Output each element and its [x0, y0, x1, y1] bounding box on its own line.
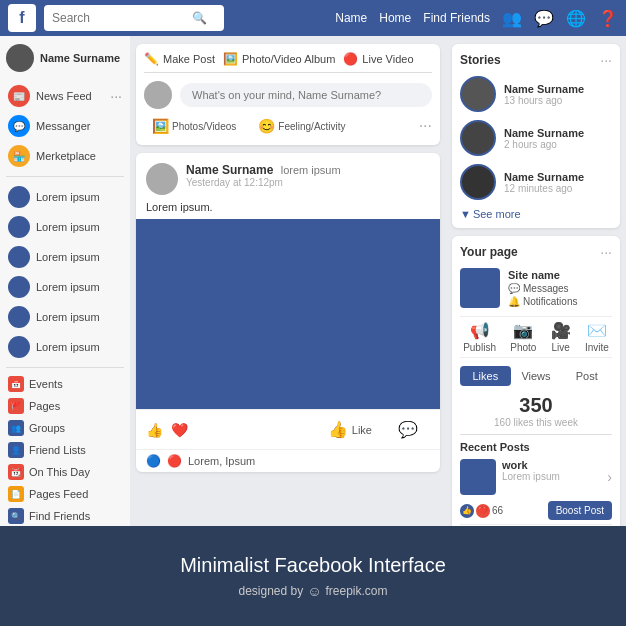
- story-item-3[interactable]: Name Surname 12 minutes ago: [460, 164, 612, 200]
- findfriends-label: Find Friends: [29, 510, 90, 522]
- friend-label: Lorem ipsum: [36, 221, 100, 233]
- boost-post-button[interactable]: Boost Post: [548, 501, 612, 520]
- comment-button[interactable]: 💬: [386, 416, 430, 443]
- friend-avatar: [8, 276, 30, 298]
- friend-avatar: [8, 216, 30, 238]
- your-page-more-icon[interactable]: ···: [600, 244, 612, 260]
- see-more-link[interactable]: ▼ See more: [460, 208, 612, 220]
- brand-name: freepik.com: [325, 584, 387, 598]
- story-item-2[interactable]: Name Surname 2 hours ago: [460, 120, 612, 156]
- sidebar-friend-5[interactable]: Lorem ipsum: [6, 303, 124, 331]
- sidebar-item-messenger[interactable]: 💬 Messanger: [6, 112, 124, 140]
- right-sidebar: Stories ··· Name Surname 13 hours ago Na…: [446, 36, 626, 526]
- nav-link-home[interactable]: Home: [379, 11, 411, 25]
- search-input[interactable]: [52, 11, 192, 25]
- photos-action-icon: 🖼️: [152, 118, 169, 134]
- post-body: Lorem ipsum.: [136, 201, 440, 219]
- chat-icon[interactable]: 💬: [534, 9, 554, 28]
- tab-post[interactable]: Post: [561, 366, 612, 386]
- post-text-input[interactable]: [180, 83, 432, 107]
- friends-icon[interactable]: 👥: [502, 9, 522, 28]
- live-icon: 🎥: [551, 321, 571, 340]
- create-promotion-row[interactable]: 📣 Create Promotion ▼: [460, 524, 612, 526]
- sidebar-item-friendlists[interactable]: 👤 Friend Lists: [6, 440, 124, 460]
- page-action-photo[interactable]: 📷 Photo: [510, 321, 536, 353]
- pagesfeed-label: Pages Feed: [29, 488, 88, 500]
- sidebar-friend-3[interactable]: Lorem ipsum: [6, 243, 124, 271]
- story-name-1: Name Surname: [504, 83, 612, 95]
- love-react-circle: ❤️: [476, 504, 490, 518]
- tab-photo-label: Photo/Video Album: [242, 53, 335, 65]
- avatar: [6, 44, 34, 72]
- react-count: 66: [492, 505, 503, 516]
- post-reactions: 👍 ❤️ 👍 Like 💬: [136, 409, 440, 449]
- tab-photo-video[interactable]: 🖼️ Photo/Video Album: [223, 52, 335, 66]
- page-action-live[interactable]: 🎥 Live: [551, 321, 571, 353]
- sidebar-item-events[interactable]: 📅 Events: [6, 374, 124, 394]
- post-tabs: ✏️ Make Post 🖼️ Photo/Video Album 🔴 Live…: [144, 52, 432, 73]
- page-action-publish[interactable]: 📢 Publish: [463, 321, 496, 353]
- tab-likes[interactable]: Likes: [460, 366, 511, 386]
- sidebar-item-onthisday[interactable]: 📆 On This Day: [6, 462, 124, 482]
- sidebar-item-findfriends[interactable]: 🔍 Find Friends: [6, 506, 124, 526]
- pages-label: Pages: [29, 400, 60, 412]
- sidebar-friend-1[interactable]: Lorem ipsum: [6, 183, 124, 211]
- stories-more-icon[interactable]: ···: [600, 52, 612, 68]
- sidebar-item-groups[interactable]: 👥 Groups: [6, 418, 124, 438]
- sidebar-item-pages[interactable]: 🚩 Pages: [6, 396, 124, 416]
- stat-label: 160 likes this week: [460, 417, 612, 428]
- page-action-invite[interactable]: ✉️ Invite: [585, 321, 609, 353]
- publish-label: Publish: [463, 342, 496, 353]
- reaction-mini: 👍 ❤️ 66: [460, 504, 503, 518]
- globe-icon[interactable]: 🌐: [566, 9, 586, 28]
- page-tabs: Likes Views Post: [460, 366, 612, 386]
- story-item-1[interactable]: Name Surname 13 hours ago: [460, 76, 612, 112]
- tab-views[interactable]: Views: [511, 366, 562, 386]
- page-notifications: 🔔 Notifications: [508, 296, 612, 307]
- like-react-circle: 👍: [460, 504, 474, 518]
- feeling-activity-btn[interactable]: 😊 Feeling/Activity: [250, 115, 353, 137]
- sidebar-item-pagesfeed[interactable]: 📄 Pages Feed: [6, 484, 124, 504]
- sidebar-item-newsfeed[interactable]: 📰 News Feed ···: [6, 82, 124, 110]
- events-label: Events: [29, 378, 63, 390]
- footer-title: Minimalist Facebook Interface: [180, 554, 446, 577]
- photos-videos-btn[interactable]: 🖼️ Photos/Videos: [144, 115, 244, 137]
- tab-make-post[interactable]: ✏️ Make Post: [144, 52, 215, 66]
- story-time-2: 2 hours ago: [504, 139, 612, 150]
- tab-live-video[interactable]: 🔴 Live Video: [343, 52, 413, 66]
- like-label: Like: [352, 424, 372, 436]
- designed-by-text: designed by: [238, 584, 303, 598]
- feeling-label: Feeling/Activity: [278, 121, 345, 132]
- nav-link-friends[interactable]: Find Friends: [423, 11, 490, 25]
- page-actions: 📢 Publish 📷 Photo 🎥 Live ✉️ Invite: [460, 316, 612, 358]
- nav-link-name[interactable]: Name: [335, 11, 367, 25]
- divider: [6, 367, 124, 368]
- sidebar-friend-4[interactable]: Lorem ipsum: [6, 273, 124, 301]
- marketplace-icon: 🏪: [8, 145, 30, 167]
- friend-avatar: [8, 336, 30, 358]
- story-name-2: Name Surname: [504, 127, 612, 139]
- help-icon[interactable]: ❓: [598, 9, 618, 28]
- story-avatar-2: [460, 120, 496, 156]
- sidebar-friend-2[interactable]: Lorem ipsum: [6, 213, 124, 241]
- nav-links: Name Home Find Friends 👥 💬 🌐 ❓: [335, 9, 618, 28]
- sidebar-item-marketplace[interactable]: 🏪 Merketplace: [6, 142, 124, 170]
- stories-header: Stories ···: [460, 52, 612, 68]
- friend-label: Lorem ipsum: [36, 251, 100, 263]
- footer: Minimalist Facebook Interface designed b…: [0, 526, 626, 626]
- comment-icon: 💬: [398, 420, 418, 439]
- profile-item[interactable]: Name Surname: [6, 44, 124, 72]
- video-icon: 🔴: [343, 52, 358, 66]
- post-meta: Name Surname lorem ipsum Yesterday at 12…: [186, 163, 430, 188]
- sidebar-friend-6[interactable]: Lorem ipsum: [6, 333, 124, 361]
- findfriends-icon: 🔍: [8, 508, 24, 524]
- sidebar-label: Messanger: [36, 120, 90, 132]
- post-more-icon[interactable]: ···: [419, 117, 432, 135]
- footer-reactions-name: Lorem, Ipsum: [188, 455, 255, 467]
- search-bar[interactable]: 🔍: [44, 5, 224, 31]
- center-feed: ✏️ Make Post 🖼️ Photo/Video Album 🔴 Live…: [130, 36, 446, 526]
- profile-name: Name Surname: [40, 52, 120, 64]
- chevron-right-icon[interactable]: ›: [607, 469, 612, 485]
- like-button[interactable]: 👍 Like: [316, 416, 384, 443]
- notifications-icon: 🔔: [508, 296, 520, 307]
